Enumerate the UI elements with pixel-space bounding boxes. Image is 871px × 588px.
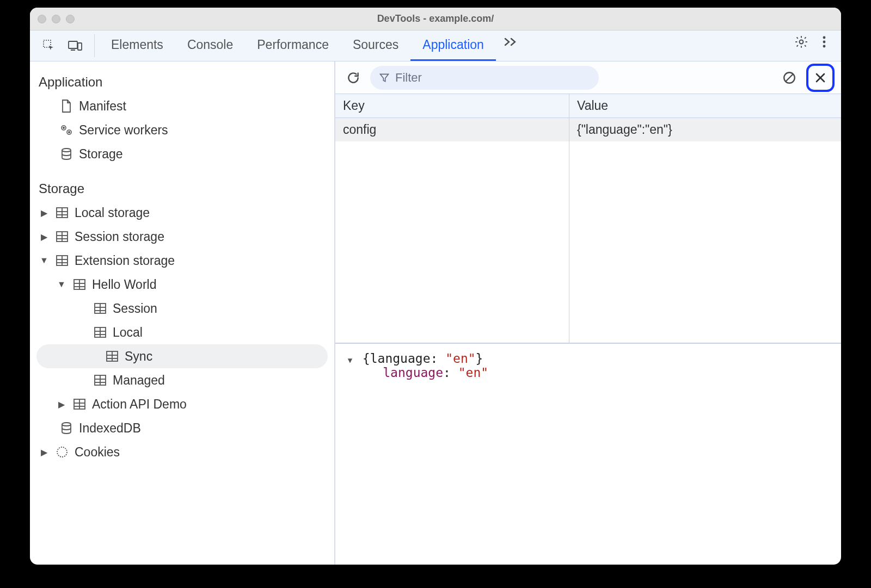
- table-icon: [105, 349, 119, 363]
- sidebar-group-application: Application: [30, 69, 334, 94]
- value-preview: ▼ {language: "en"} language: "en": [335, 343, 841, 565]
- traffic-minimize[interactable]: [52, 15, 60, 23]
- cell-key[interactable]: config: [335, 118, 569, 141]
- svg-point-11: [69, 132, 70, 133]
- table-icon: [55, 253, 69, 268]
- expand-arrow-icon[interactable]: ▶: [39, 232, 50, 242]
- table-header: Key Value: [335, 94, 841, 118]
- sidebar-item-label: Local storage: [75, 206, 150, 220]
- more-tabs-chevrons-icon[interactable]: [499, 30, 522, 53]
- sidebar-item-label: IndexedDB: [79, 421, 141, 436]
- sidebar-item-label: Session storage: [75, 230, 164, 244]
- clear-all-icon[interactable]: [778, 66, 801, 89]
- storage-table: Key Value config {"language":"en"}: [335, 94, 841, 343]
- sidebar-item-action-api-demo[interactable]: ▶ Action API Demo: [30, 392, 334, 416]
- table-icon: [55, 230, 69, 244]
- tab-elements[interactable]: Elements: [99, 30, 175, 61]
- sidebar-item-label: Cookies: [75, 445, 120, 460]
- table-icon: [93, 301, 107, 315]
- sidebar-item-manifest[interactable]: ▶ Manifest: [30, 94, 334, 118]
- filter-input-container[interactable]: [370, 66, 599, 90]
- sidebar-item-session-storage[interactable]: ▶ Session storage: [30, 225, 334, 249]
- refresh-icon[interactable]: [342, 66, 365, 89]
- svg-point-50: [57, 447, 67, 457]
- storage-toolbar: [335, 61, 841, 94]
- table-icon: [93, 325, 107, 339]
- sidebar-item-local[interactable]: Local: [30, 320, 334, 344]
- table-icon: [93, 373, 107, 387]
- col-value[interactable]: Value: [569, 94, 841, 117]
- close-icon: [814, 71, 827, 84]
- filter-input[interactable]: [395, 71, 590, 85]
- sidebar-item-label: Local: [113, 325, 143, 340]
- devtools-window: DevTools - example.com/ Elements Console: [30, 8, 841, 565]
- svg-rect-3: [78, 43, 82, 50]
- tab-application[interactable]: Application: [410, 30, 496, 61]
- settings-gear-icon[interactable]: [790, 30, 813, 53]
- table-empty-area[interactable]: [335, 141, 841, 343]
- cell-value[interactable]: {"language":"en"}: [569, 118, 841, 141]
- sidebar-item-label: Service workers: [79, 123, 168, 138]
- col-key[interactable]: Key: [335, 94, 569, 117]
- collapse-arrow-icon[interactable]: ▼: [39, 256, 50, 265]
- table-row[interactable]: config {"language":"en"}: [335, 118, 841, 141]
- table-icon: [55, 206, 69, 220]
- preview-prop-key: language: [383, 366, 443, 380]
- sidebar-item-label: Action API Demo: [92, 397, 187, 412]
- tab-console[interactable]: Console: [175, 30, 245, 61]
- window-title: DevTools - example.com/: [30, 13, 841, 24]
- table-icon: [72, 397, 87, 411]
- traffic-lights: [38, 15, 75, 23]
- titlebar: DevTools - example.com/: [30, 8, 841, 30]
- svg-point-12: [62, 148, 71, 152]
- cookie-icon: [55, 445, 69, 459]
- traffic-zoom[interactable]: [66, 15, 75, 23]
- preview-prop-value: "en": [458, 366, 488, 380]
- sidebar-item-label: Extension storage: [75, 253, 175, 268]
- collapse-arrow-icon[interactable]: ▼: [56, 280, 67, 289]
- database-icon: [59, 147, 73, 161]
- traffic-close[interactable]: [38, 15, 46, 23]
- svg-point-9: [63, 127, 65, 129]
- sidebar-group-storage: Storage: [30, 176, 334, 201]
- tab-performance[interactable]: Performance: [245, 30, 341, 61]
- svg-point-7: [823, 45, 826, 48]
- kebab-menu-icon[interactable]: [813, 30, 836, 53]
- filter-icon: [379, 72, 390, 83]
- gears-icon: [59, 123, 73, 137]
- tabs-bar: Elements Console Performance Sources App…: [30, 30, 841, 61]
- table-icon: [72, 277, 87, 292]
- delete-selected-button[interactable]: [806, 64, 835, 92]
- sidebar-item-local-storage[interactable]: ▶ Local storage: [30, 201, 334, 225]
- sidebar-item-label: Managed: [113, 373, 165, 388]
- sidebar-item-indexeddb[interactable]: ▶ IndexedDB: [30, 416, 334, 440]
- sidebar-item-label: Sync: [125, 349, 152, 364]
- collapse-arrow-icon[interactable]: ▼: [345, 356, 355, 364]
- preview-summary-prefix: {language:: [363, 351, 445, 366]
- sidebar-item-sync[interactable]: Sync: [36, 344, 328, 368]
- sidebar-item-session[interactable]: Session: [30, 296, 334, 320]
- svg-point-49: [62, 423, 71, 426]
- sidebar-item-managed[interactable]: Managed: [30, 368, 334, 392]
- tab-sources[interactable]: Sources: [341, 30, 410, 61]
- sidebar-item-label: Manifest: [79, 99, 126, 114]
- svg-line-52: [786, 74, 793, 81]
- svg-point-6: [823, 41, 826, 44]
- expand-arrow-icon[interactable]: ▶: [56, 399, 67, 410]
- sidebar-item-cookies[interactable]: ▶ Cookies: [30, 440, 334, 464]
- inspect-element-icon[interactable]: [38, 34, 60, 57]
- storage-panel: Key Value config {"language":"en"} ▼ {la…: [335, 61, 841, 565]
- application-sidebar[interactable]: Application ▶ Manifest ▶ Service workers: [30, 61, 335, 565]
- expand-arrow-icon[interactable]: ▶: [39, 208, 50, 218]
- sidebar-item-extension-storage[interactable]: ▼ Extension storage: [30, 249, 334, 273]
- sidebar-item-label: Storage: [79, 147, 123, 162]
- svg-point-5: [823, 36, 826, 39]
- sidebar-item-storage[interactable]: ▶ Storage: [30, 142, 334, 166]
- sidebar-item-hello-world[interactable]: ▼ Hello World: [30, 273, 334, 296]
- sidebar-item-service-workers[interactable]: ▶ Service workers: [30, 118, 334, 142]
- expand-arrow-icon[interactable]: ▶: [39, 447, 50, 457]
- sidebar-item-label: Session: [113, 301, 157, 316]
- device-toolbar-icon[interactable]: [64, 34, 87, 57]
- panel-tabs: Elements Console Performance Sources App…: [99, 30, 522, 61]
- svg-rect-1: [69, 41, 77, 48]
